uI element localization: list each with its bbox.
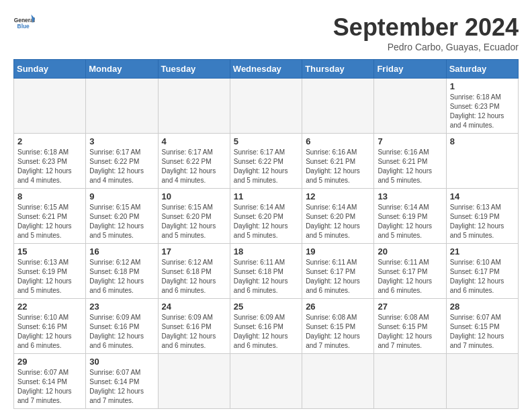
day-number: 18 [234, 246, 298, 257]
day-number: 14 [450, 191, 515, 201]
day-cell: 11Sunrise: 6:14 AM Sunset: 6:20 PM Dayli… [230, 189, 302, 244]
day-cell: 8Sunrise: 6:15 AM Sunset: 6:21 PM Daylig… [14, 189, 86, 244]
empty-cell [14, 79, 86, 134]
day-cell: 15Sunrise: 6:13 AM Sunset: 6:19 PM Dayli… [14, 244, 86, 299]
day-cell: 17Sunrise: 6:12 AM Sunset: 6:18 PM Dayli… [158, 244, 230, 299]
day-cell: 28Sunrise: 6:07 AM Sunset: 6:15 PM Dayli… [446, 299, 518, 354]
day-detail: Sunrise: 6:10 AM Sunset: 6:16 PM Dayligh… [17, 314, 72, 349]
day-cell: 20Sunrise: 6:11 AM Sunset: 6:17 PM Dayli… [374, 244, 446, 299]
days-of-week-header: SundayMondayTuesdayWednesdayThursdayFrid… [14, 60, 519, 79]
day-number: 2 [17, 136, 82, 146]
day-detail: Sunrise: 6:11 AM Sunset: 6:17 PM Dayligh… [306, 259, 360, 294]
day-number: 13 [378, 191, 442, 201]
day-detail: Sunrise: 6:13 AM Sunset: 6:19 PM Dayligh… [450, 203, 504, 239]
day-number: 16 [89, 246, 154, 257]
day-cell: 3Sunrise: 6:17 AM Sunset: 6:22 PM Daylig… [86, 134, 158, 189]
day-number: 26 [306, 302, 370, 312]
empty-cell [158, 79, 230, 134]
day-number: 28 [450, 302, 515, 312]
day-number: 27 [378, 302, 442, 312]
day-number: 22 [17, 302, 82, 312]
day-cell: 12Sunrise: 6:14 AM Sunset: 6:20 PM Dayli… [302, 189, 374, 244]
calendar-week: 15Sunrise: 6:13 AM Sunset: 6:19 PM Dayli… [14, 244, 519, 299]
page-header: General Blue September 2024 Pedro Carbo,… [13, 13, 519, 52]
empty-cell [230, 79, 302, 134]
dow-thursday: Thursday [302, 60, 374, 79]
day-number: 12 [306, 191, 370, 201]
svg-text:Blue: Blue [17, 23, 30, 30]
day-number: 1 [450, 81, 515, 91]
day-detail: Sunrise: 6:11 AM Sunset: 6:17 PM Dayligh… [378, 259, 432, 294]
dow-tuesday: Tuesday [158, 60, 230, 79]
day-cell: 18Sunrise: 6:11 AM Sunset: 6:18 PM Dayli… [230, 244, 302, 299]
day-detail: Sunrise: 6:17 AM Sunset: 6:22 PM Dayligh… [234, 148, 288, 184]
dow-sunday: Sunday [14, 60, 86, 79]
empty-cell [230, 354, 302, 409]
location: Pedro Carbo, Guayas, Ecuador [333, 42, 519, 52]
day-number: 24 [162, 302, 226, 312]
day-number: 20 [378, 246, 442, 257]
day-number: 5 [234, 136, 298, 146]
day-number: 10 [162, 191, 226, 201]
calendar-week: 2Sunrise: 6:18 AM Sunset: 6:23 PM Daylig… [14, 134, 519, 189]
day-detail: Sunrise: 6:17 AM Sunset: 6:22 PM Dayligh… [162, 148, 216, 184]
dow-saturday: Saturday [446, 60, 518, 79]
day-detail: Sunrise: 6:18 AM Sunset: 6:23 PM Dayligh… [450, 93, 504, 129]
day-detail: Sunrise: 6:15 AM Sunset: 6:20 PM Dayligh… [162, 203, 216, 239]
day-detail: Sunrise: 6:18 AM Sunset: 6:23 PM Dayligh… [17, 148, 72, 184]
day-cell: 1 Sunrise: 6:18 AM Sunset: 6:23 PM Dayli… [446, 79, 518, 134]
dow-friday: Friday [374, 60, 446, 79]
day-cell: 16Sunrise: 6:12 AM Sunset: 6:18 PM Dayli… [86, 244, 158, 299]
logo: General Blue [13, 13, 39, 35]
title-block: September 2024 Pedro Carbo, Guayas, Ecua… [333, 13, 519, 52]
day-cell: 9Sunrise: 6:15 AM Sunset: 6:20 PM Daylig… [86, 189, 158, 244]
calendar-week: 29Sunrise: 6:07 AM Sunset: 6:14 PM Dayli… [14, 354, 519, 409]
day-detail: Sunrise: 6:14 AM Sunset: 6:20 PM Dayligh… [234, 203, 288, 239]
day-detail: Sunrise: 6:08 AM Sunset: 6:15 PM Dayligh… [378, 314, 432, 349]
day-cell: 23Sunrise: 6:09 AM Sunset: 6:16 PM Dayli… [86, 299, 158, 354]
day-number: 3 [89, 136, 154, 146]
day-detail: Sunrise: 6:09 AM Sunset: 6:16 PM Dayligh… [89, 314, 144, 349]
day-detail: Sunrise: 6:08 AM Sunset: 6:15 PM Dayligh… [306, 314, 360, 349]
day-cell: 8 [446, 134, 518, 189]
day-number: 21 [450, 246, 515, 257]
empty-cell [446, 354, 518, 409]
empty-cell [302, 79, 374, 134]
day-cell: 7Sunrise: 6:16 AM Sunset: 6:21 PM Daylig… [374, 134, 446, 189]
calendar-body: 1 Sunrise: 6:18 AM Sunset: 6:23 PM Dayli… [14, 79, 519, 409]
day-number: 9 [89, 191, 154, 201]
day-number: 11 [234, 191, 298, 201]
day-cell: 19Sunrise: 6:11 AM Sunset: 6:17 PM Dayli… [302, 244, 374, 299]
day-cell: 26Sunrise: 6:08 AM Sunset: 6:15 PM Dayli… [302, 299, 374, 354]
day-detail: Sunrise: 6:15 AM Sunset: 6:21 PM Dayligh… [17, 203, 72, 239]
day-number: 8 [17, 191, 82, 201]
day-detail: Sunrise: 6:16 AM Sunset: 6:21 PM Dayligh… [378, 148, 432, 184]
day-detail: Sunrise: 6:10 AM Sunset: 6:17 PM Dayligh… [450, 259, 504, 294]
day-number: 8 [450, 136, 515, 146]
calendar-week: 1 Sunrise: 6:18 AM Sunset: 6:23 PM Dayli… [14, 79, 519, 134]
day-detail: Sunrise: 6:07 AM Sunset: 6:14 PM Dayligh… [17, 369, 72, 404]
day-detail: Sunrise: 6:11 AM Sunset: 6:18 PM Dayligh… [234, 259, 288, 294]
day-detail: Sunrise: 6:12 AM Sunset: 6:18 PM Dayligh… [162, 259, 216, 294]
logo-icon: General Blue [13, 13, 35, 35]
empty-cell [374, 354, 446, 409]
day-cell: 21Sunrise: 6:10 AM Sunset: 6:17 PM Dayli… [446, 244, 518, 299]
day-number: 17 [162, 246, 226, 257]
day-detail: Sunrise: 6:17 AM Sunset: 6:22 PM Dayligh… [89, 148, 144, 184]
day-cell: 13Sunrise: 6:14 AM Sunset: 6:19 PM Dayli… [374, 189, 446, 244]
day-detail: Sunrise: 6:14 AM Sunset: 6:19 PM Dayligh… [378, 203, 432, 239]
day-cell: 5Sunrise: 6:17 AM Sunset: 6:22 PM Daylig… [230, 134, 302, 189]
day-detail: Sunrise: 6:13 AM Sunset: 6:19 PM Dayligh… [17, 259, 72, 294]
calendar-week: 8Sunrise: 6:15 AM Sunset: 6:21 PM Daylig… [14, 189, 519, 244]
day-cell: 4Sunrise: 6:17 AM Sunset: 6:22 PM Daylig… [158, 134, 230, 189]
day-number: 7 [378, 136, 442, 146]
day-detail: Sunrise: 6:07 AM Sunset: 6:14 PM Dayligh… [89, 369, 144, 404]
day-number: 19 [306, 246, 370, 257]
day-number: 29 [17, 357, 82, 367]
day-number: 6 [306, 136, 370, 146]
day-number: 25 [234, 302, 298, 312]
day-cell: 24Sunrise: 6:09 AM Sunset: 6:16 PM Dayli… [158, 299, 230, 354]
day-cell: 22Sunrise: 6:10 AM Sunset: 6:16 PM Dayli… [14, 299, 86, 354]
day-number: 30 [89, 357, 154, 367]
empty-cell [158, 354, 230, 409]
